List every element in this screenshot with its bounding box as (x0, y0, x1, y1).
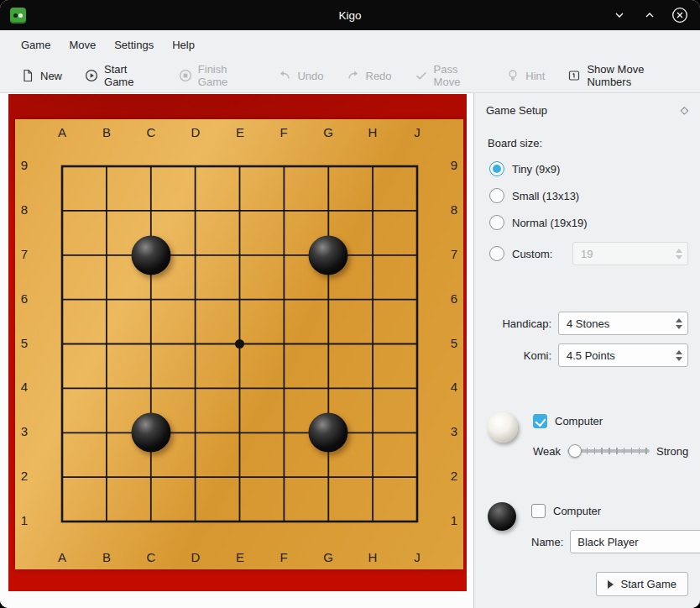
menu-settings[interactable]: Settings (105, 35, 163, 55)
finish-game-button[interactable]: Finish Game (171, 59, 264, 92)
komi-row: Komi: 4.5 Points (486, 343, 688, 367)
titlebar: Kigo (0, 0, 700, 30)
undo-button[interactable]: Undo (270, 65, 331, 86)
redo-icon (347, 69, 360, 82)
maximize-icon[interactable] (641, 7, 658, 24)
pass-move-icon (415, 69, 428, 82)
size-option-normal[interactable]: Normal (19x19) (489, 215, 688, 230)
row-label: 7 (445, 247, 463, 261)
black-computer-row[interactable]: Computer (531, 502, 700, 519)
black-computer-label: Computer (553, 505, 601, 517)
row-label: 8 (445, 202, 463, 217)
handicap-label: Handicap: (486, 317, 551, 330)
black-player-name-input[interactable] (570, 530, 700, 553)
black-player-section: Computer Name: (488, 501, 688, 553)
pass-move-button[interactable]: Pass Move (407, 59, 492, 92)
kigo-window: Kigo Game Move Settings Help (0, 0, 700, 608)
hint-button[interactable]: Hint (499, 65, 552, 86)
col-label: B (102, 125, 111, 139)
size-custom-label: Custom: (512, 248, 552, 260)
row-label: 4 (445, 380, 463, 394)
radio-small[interactable] (489, 188, 504, 203)
row-label: 5 (15, 336, 34, 350)
row-label: 9 (15, 158, 34, 172)
komi-label: Komi: (486, 349, 551, 362)
spin-arrows-icon[interactable] (671, 350, 687, 361)
size-tiny-label: Tiny (9x9) (512, 163, 560, 176)
custom-size-spinbox[interactable]: 19 (572, 242, 688, 265)
white-computer-label: Computer (555, 415, 603, 427)
col-label: F (279, 125, 287, 139)
menu-game[interactable]: Game (12, 35, 60, 55)
board-background: A B C D E F G H J A B C D E F G (8, 94, 467, 591)
row-label: 1 (445, 513, 463, 527)
start-game-button-toolbar[interactable]: Start Game (77, 59, 164, 92)
close-icon[interactable] (671, 7, 688, 24)
strength-slider-row: Weak Strong (533, 443, 688, 459)
new-button[interactable]: New (13, 65, 70, 86)
window-title: Kigo (0, 9, 700, 22)
start-game-button[interactable]: Start Game (596, 572, 688, 596)
black-stone-g3 (309, 413, 348, 453)
row-label: 6 (445, 291, 463, 306)
row-label: 6 (15, 291, 34, 306)
dock-float-icon[interactable]: ◇ (681, 104, 688, 116)
size-option-custom[interactable]: Custom: 19 (489, 242, 688, 265)
hint-label: Hint (525, 70, 545, 82)
col-label: G (323, 125, 333, 139)
komi-value: 4.5 Points (559, 349, 671, 362)
row-label: 3 (15, 424, 34, 438)
col-label: A (58, 550, 66, 564)
size-option-small[interactable]: Small (13x13) (489, 188, 688, 203)
undo-icon (278, 69, 291, 82)
star-point-e5 (235, 339, 244, 349)
redo-label: Redo (366, 70, 392, 82)
new-button-label: New (40, 70, 62, 82)
board-pane: A B C D E F G H J A B C D E F G (0, 93, 473, 608)
slider-handle[interactable] (568, 444, 582, 458)
toolbar: New Start Game Finish Game Undo Redo (0, 59, 700, 93)
game-setup-panel: Game Setup ◇ Board size: Tiny (9x9) Smal… (473, 93, 700, 608)
black-computer-checkbox[interactable] (531, 504, 546, 518)
col-label: C (147, 550, 156, 564)
handicap-spinbox[interactable]: 4 Stones (558, 312, 688, 335)
redo-button[interactable]: Redo (339, 65, 400, 86)
col-label: C (147, 125, 156, 139)
white-computer-row[interactable]: Computer (533, 412, 688, 429)
menubar: Game Move Settings Help (0, 30, 700, 59)
go-board[interactable]: A B C D E F G H J A B C D E F G (15, 119, 463, 569)
white-player-section: Computer Weak Strong (488, 411, 688, 459)
menu-help[interactable]: Help (163, 35, 204, 55)
hint-icon (506, 69, 520, 82)
radio-normal[interactable] (489, 215, 504, 230)
pass-move-label: Pass Move (434, 63, 484, 88)
size-option-tiny[interactable]: Tiny (9x9) (489, 161, 688, 176)
menu-move[interactable]: Move (60, 35, 105, 55)
col-label: H (368, 550, 378, 564)
col-label: E (236, 550, 244, 564)
name-label: Name: (531, 536, 563, 548)
row-label: 3 (445, 424, 463, 438)
strength-slider[interactable] (567, 443, 650, 459)
col-label: G (323, 550, 333, 564)
radio-tiny[interactable] (489, 161, 504, 176)
minimize-icon[interactable] (611, 7, 628, 24)
show-move-numbers-button[interactable]: Show Move Numbers (560, 59, 692, 92)
spin-arrows-icon[interactable] (671, 318, 687, 329)
strong-label: Strong (656, 445, 688, 458)
col-label: D (191, 550, 201, 564)
row-label: 2 (15, 469, 34, 483)
col-label: F (279, 550, 287, 564)
row-label: 2 (445, 469, 463, 483)
komi-spinbox[interactable]: 4.5 Points (558, 343, 688, 367)
start-game-icon (85, 69, 98, 82)
white-computer-checkbox[interactable] (533, 414, 547, 428)
weak-label: Weak (533, 445, 561, 458)
spin-arrows-icon[interactable] (671, 249, 687, 259)
handicap-value: 4 Stones (559, 317, 671, 330)
row-label: 5 (445, 336, 463, 350)
finish-game-icon (179, 69, 192, 82)
radio-custom[interactable] (489, 246, 504, 261)
undo-label: Undo (297, 70, 323, 82)
col-label: J (414, 550, 421, 564)
